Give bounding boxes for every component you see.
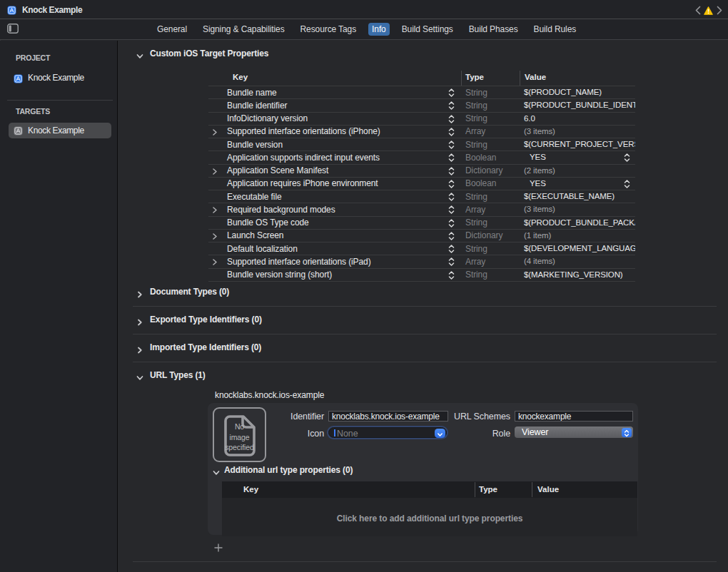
property-row[interactable]: Required background modes Array (3 items…	[208, 203, 635, 216]
icon-combobox-value: None	[337, 429, 358, 439]
popup-stepper-button[interactable]	[622, 428, 632, 437]
project-section-header: PROJECT	[16, 53, 50, 62]
section-separator	[133, 561, 717, 562]
column-divider[interactable]	[461, 71, 462, 86]
identifier-field[interactable]	[328, 411, 448, 422]
property-row[interactable]: Executable file String $(EXECUTABLE_NAME…	[208, 190, 635, 203]
warning-triangle-icon[interactable]	[704, 5, 713, 14]
chevron-right-icon	[136, 316, 143, 323]
sidebar-item-target[interactable]: Knock Example	[9, 123, 111, 138]
stepper-icon[interactable]	[624, 153, 630, 162]
property-row[interactable]: Supported interface orientations (iPhone…	[208, 126, 635, 138]
role-popup[interactable]: Viewer	[515, 427, 633, 438]
section-document-types[interactable]: Document Types (0)	[136, 287, 229, 297]
stepper-icon[interactable]	[448, 205, 455, 214]
property-type: String	[465, 244, 487, 254]
property-row[interactable]: Bundle identifier String $(PRODUCT_BUNDL…	[208, 99, 635, 112]
tab-resource-tags[interactable]: Resource Tags	[300, 24, 357, 34]
section-additional-url-type-properties[interactable]: Additional url type properties (0)	[213, 465, 353, 475]
property-row[interactable]: Default localization String $(DEVELOPMEN…	[208, 242, 635, 255]
property-type: String	[465, 192, 487, 202]
stepper-icon[interactable]	[448, 115, 455, 123]
section-imported-type-identifiers[interactable]: Imported Type Identifiers (0)	[136, 342, 261, 352]
stepper-icon[interactable]	[448, 193, 455, 201]
property-row[interactable]: Application requires iPhone environment …	[208, 178, 635, 190]
tab-general[interactable]: General	[157, 24, 187, 34]
property-type: Array	[465, 257, 485, 267]
section-title: URL Types (1)	[150, 370, 206, 380]
sidebar-toggle-icon[interactable]	[7, 24, 19, 34]
column-divider[interactable]	[520, 71, 520, 86]
section-custom-ios-target-properties[interactable]: Custom iOS Target Properties	[136, 48, 268, 58]
stepper-icon[interactable]	[448, 88, 455, 97]
section-title: Document Types (0)	[150, 287, 229, 297]
property-value: (3 items)	[524, 205, 635, 213]
forward-chevron-icon[interactable]	[717, 5, 722, 14]
sidebar-item-label: Knock Example	[28, 126, 84, 136]
stepper-icon[interactable]	[448, 257, 455, 266]
property-row[interactable]: Bundle OS Type code String $(PRODUCT_BUN…	[208, 217, 635, 230]
column-divider[interactable]	[475, 482, 475, 497]
property-row[interactable]: Bundle version string (short) String $(M…	[208, 269, 635, 282]
identifier-label: Identifier	[279, 412, 324, 422]
col-type: Type	[465, 73, 484, 81]
stepper-icon[interactable]	[448, 180, 455, 188]
property-type: Array	[465, 126, 485, 136]
stepper-icon[interactable]	[448, 167, 455, 175]
property-value: (4 items)	[524, 257, 635, 265]
property-row[interactable]: Application Scene Manifest Dictionary (2…	[208, 165, 635, 178]
stepper-icon[interactable]	[448, 128, 455, 136]
role-popup-value: Viewer	[522, 427, 548, 437]
additional-table-empty-area[interactable]: Click here to add additional url type pr…	[222, 498, 637, 536]
col-key: Key	[243, 485, 258, 494]
stepper-icon[interactable]	[448, 141, 455, 149]
section-title: Imported Type Identifiers (0)	[150, 342, 261, 352]
property-value: $(PRODUCT_NAME)	[524, 88, 635, 96]
property-row[interactable]: Launch Screen Dictionary (1 item)	[208, 230, 635, 242]
property-row[interactable]: Supported interface orientations (iPad) …	[208, 255, 635, 268]
property-key: Bundle name	[227, 88, 277, 98]
stepper-icon[interactable]	[448, 232, 455, 240]
stepper-icon[interactable]	[448, 153, 455, 162]
section-url-types[interactable]: URL Types (1)	[136, 370, 206, 380]
property-type: String	[465, 140, 487, 150]
editor-toolbar: GeneralSigning & CapabilitiesResource Ta…	[0, 19, 728, 40]
property-row[interactable]: Bundle version String $(CURRENT_PROJECT_…	[208, 138, 635, 151]
tab-build-phases[interactable]: Build Phases	[469, 24, 518, 34]
property-type: String	[465, 270, 487, 280]
property-value: $(EXECUTABLE_NAME)	[524, 192, 635, 200]
add-url-type-button[interactable]	[213, 543, 223, 553]
stepper-icon[interactable]	[448, 245, 455, 253]
column-divider[interactable]	[532, 482, 532, 497]
back-chevron-icon[interactable]	[695, 5, 701, 14]
url-schemes-field[interactable]	[515, 411, 633, 422]
stepper-icon[interactable]	[624, 180, 630, 188]
property-type: Boolean	[465, 178, 496, 188]
property-row[interactable]: Bundle name String $(PRODUCT_NAME)	[208, 86, 635, 99]
tab-signing-capabilities[interactable]: Signing & Capabilities	[203, 24, 285, 34]
icon-combobox[interactable]: None	[328, 427, 447, 438]
property-key: Bundle OS Type code	[227, 218, 309, 228]
property-row[interactable]: Application supports indirect input even…	[208, 151, 635, 164]
section-exported-type-identifiers[interactable]: Exported Type Identifiers (0)	[136, 315, 262, 325]
property-type: String	[465, 218, 487, 228]
property-key: Bundle version string (short)	[227, 270, 332, 280]
property-type: Boolean	[465, 153, 496, 163]
property-row[interactable]: InfoDictionary version String 6.0	[208, 113, 635, 126]
property-key: Application Scene Manifest	[227, 165, 328, 175]
property-value: $(PRODUCT_BUNDLE_PACKAGE_TYPE)	[524, 218, 635, 227]
property-type: Dictionary	[465, 165, 502, 175]
stepper-icon[interactable]	[448, 101, 455, 110]
sidebar-item-project[interactable]: Knock Example	[9, 70, 111, 86]
url-type-image-well[interactable]: No image specified	[213, 407, 266, 462]
stepper-icon[interactable]	[448, 219, 455, 228]
property-value: (2 items)	[524, 166, 635, 175]
sidebar-item-label: Knock Example	[28, 73, 84, 83]
chevron-down-icon	[136, 372, 143, 379]
stepper-icon[interactable]	[448, 271, 455, 280]
tab-build-settings[interactable]: Build Settings	[402, 24, 453, 34]
editor-tabstrip: GeneralSigning & CapabilitiesResource Ta…	[157, 19, 576, 39]
tab-build-rules[interactable]: Build Rules	[534, 24, 577, 34]
tab-info[interactable]: Info	[368, 23, 390, 36]
window-titlebar: Knock Example	[0, 0, 728, 19]
